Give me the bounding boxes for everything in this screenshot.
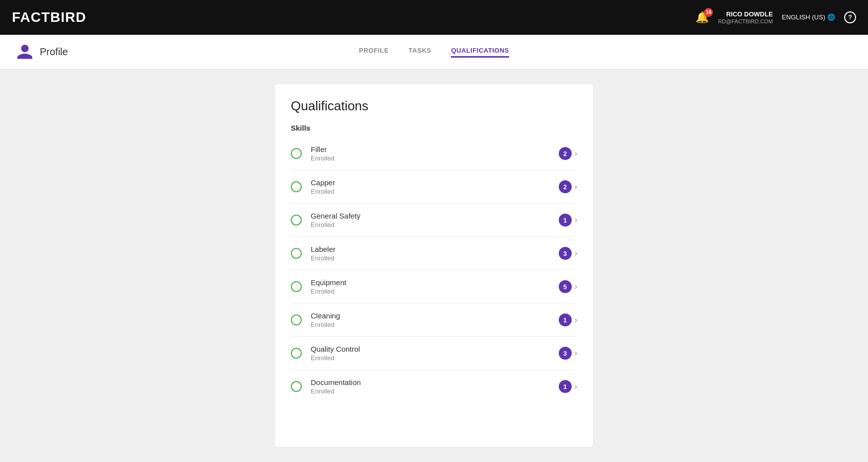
skill-status: Enrolled: [311, 154, 559, 162]
chevron-right-icon: ›: [575, 149, 577, 158]
tab-tasks[interactable]: TASKS: [409, 47, 432, 58]
skill-badge: 2: [559, 180, 572, 193]
skill-name: Quality Control: [311, 345, 559, 353]
skill-item[interactable]: Capper Enrolled 2 ›: [291, 170, 577, 204]
skill-status: Enrolled: [311, 288, 559, 295]
skill-status: Enrolled: [311, 254, 559, 262]
skill-item[interactable]: Filler Enrolled 2 ›: [291, 137, 577, 170]
skill-badge: 1: [559, 214, 572, 227]
skills-section-label: Skills: [291, 124, 577, 132]
skill-badge: 3: [559, 247, 572, 260]
profile-header: Profile: [16, 43, 68, 61]
notifications-button[interactable]: 🔔 16: [695, 11, 709, 24]
qualifications-title: Qualifications: [291, 98, 577, 114]
chevron-right-icon: ›: [575, 382, 577, 391]
skill-status: Enrolled: [311, 188, 559, 195]
user-name: RICO DOWDLE: [718, 10, 773, 19]
skill-circle-icon: [291, 215, 302, 226]
skill-name: Equipment: [311, 278, 559, 287]
skill-badge: 5: [559, 280, 572, 293]
user-email: RD@FACTBIRD.COM: [718, 18, 773, 24]
skill-name: Documentation: [311, 378, 559, 386]
content-area: Qualifications Skills Filler Enrolled 2 …: [0, 70, 868, 462]
skill-badge: 1: [559, 313, 572, 326]
globe-icon: 🌐: [827, 13, 835, 21]
app-logo: FACTBIRD: [12, 9, 87, 25]
subheader: Profile PROFILE TASKS QUALIFICATIONS: [0, 35, 868, 70]
chevron-right-icon: ›: [575, 182, 577, 191]
skill-badge: 1: [559, 380, 572, 393]
skill-name: Cleaning: [311, 311, 559, 320]
skill-item[interactable]: Cleaning Enrolled 1 ›: [291, 304, 577, 337]
tab-profile[interactable]: PROFILE: [359, 47, 389, 58]
chevron-right-icon: ›: [575, 282, 577, 291]
skill-item[interactable]: Labeler Enrolled 3 ›: [291, 237, 577, 270]
skill-circle-icon: [291, 181, 302, 192]
chevron-right-icon: ›: [575, 315, 577, 324]
skill-item[interactable]: Quality Control Enrolled 3 ›: [291, 337, 577, 370]
chevron-right-icon: ›: [575, 349, 577, 358]
skill-name: Filler: [311, 145, 559, 154]
skill-item[interactable]: Equipment Enrolled 5 ›: [291, 270, 577, 304]
skill-status: Enrolled: [311, 221, 559, 229]
skill-circle-icon: [291, 248, 302, 259]
skill-status: Enrolled: [311, 354, 559, 362]
page-title: Profile: [40, 46, 68, 58]
skill-name: Labeler: [311, 245, 559, 253]
skill-circle-icon: [291, 148, 302, 159]
chevron-right-icon: ›: [575, 249, 577, 258]
skill-name: General Safety: [311, 212, 559, 220]
skill-status: Enrolled: [311, 387, 559, 395]
chevron-right-icon: ›: [575, 216, 577, 225]
skill-item[interactable]: Documentation Enrolled 1 ›: [291, 370, 577, 403]
skills-list: Filler Enrolled 2 › Capper Enrolled 2 › …: [291, 137, 577, 403]
language-selector[interactable]: ENGLISH (US) 🌐: [782, 13, 835, 21]
notification-badge: 16: [704, 8, 713, 17]
skill-circle-icon: [291, 348, 302, 359]
language-label: ENGLISH (US): [782, 13, 825, 21]
nav-right: 🔔 16 RICO DOWDLE RD@FACTBIRD.COM ENGLISH…: [695, 10, 856, 25]
user-info: RICO DOWDLE RD@FACTBIRD.COM: [718, 10, 773, 25]
skill-badge: 2: [559, 147, 572, 160]
skill-name: Capper: [311, 178, 559, 187]
help-button[interactable]: ?: [844, 11, 856, 23]
qualifications-card: Qualifications Skills Filler Enrolled 2 …: [275, 84, 593, 447]
skill-circle-icon: [291, 314, 302, 325]
skill-status: Enrolled: [311, 321, 559, 328]
skill-circle-icon: [291, 381, 302, 392]
top-navigation: FACTBIRD 🔔 16 RICO DOWDLE RD@FACTBIRD.CO…: [0, 0, 868, 35]
person-icon: [16, 43, 34, 61]
skill-item[interactable]: General Safety Enrolled 1 ›: [291, 204, 577, 237]
tab-qualifications[interactable]: QUALIFICATIONS: [451, 47, 509, 58]
skill-badge: 3: [559, 347, 572, 360]
skill-circle-icon: [291, 281, 302, 292]
subnav-tabs: PROFILE TASKS QUALIFICATIONS: [359, 47, 509, 58]
